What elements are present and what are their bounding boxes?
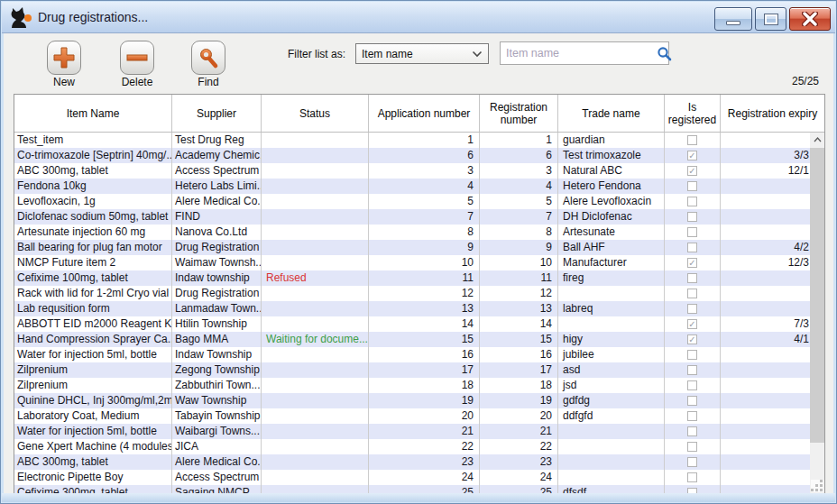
cell-is-registered xyxy=(665,270,721,286)
cell-app: 5 xyxy=(369,194,480,209)
cell-expiry xyxy=(721,179,810,194)
cell-trade: Manufacturer xyxy=(558,255,665,270)
cell-trade xyxy=(558,470,665,485)
table-row[interactable]: Levofloxacin, 1gAlere Medical Co...55Ale… xyxy=(14,194,810,209)
cell-reg: 19 xyxy=(480,393,558,408)
cell-app: 13 xyxy=(369,301,480,316)
cell-app: 15 xyxy=(369,332,480,347)
table-row[interactable]: Fendona 10kgHetero Labs Limi...44Hetero … xyxy=(14,179,810,194)
table-row[interactable]: Cefixime 100mg, tabletIndaw townshipRefu… xyxy=(14,270,810,286)
table-row[interactable]: ABC 300mg, tabletAlere Medical Co...2323 xyxy=(14,454,810,470)
cell-supplier: Alere Medical Co... xyxy=(172,454,262,470)
cell-expiry xyxy=(721,470,810,485)
cell-status xyxy=(262,347,369,362)
table-row[interactable]: Water for injection 5ml, bottleIndaw Tow… xyxy=(14,347,810,362)
minimize-button[interactable] xyxy=(714,7,752,31)
table-row[interactable]: Hand Compression Sprayer Ca...Bago MMAWa… xyxy=(14,332,810,347)
cell-expiry xyxy=(721,393,810,408)
cell-supplier: Waw Township xyxy=(172,393,262,408)
table-row[interactable]: ABC 300mg, tabletAccess Spectrum33Natura… xyxy=(14,163,810,179)
checkbox-unchecked-icon xyxy=(687,135,697,145)
table-row[interactable]: Cefixime 300mg, tabletSagaing NMCP2525df… xyxy=(14,485,810,493)
cell-reg: 8 xyxy=(480,225,558,240)
record-count: 25/25 xyxy=(792,75,819,87)
cell-app: 10 xyxy=(369,255,480,270)
cell-trade: labreq xyxy=(558,301,665,316)
cell-status xyxy=(262,408,369,424)
table-row[interactable]: Water for injection 5ml, bottleWaibargi … xyxy=(14,424,810,439)
title-bar[interactable]: Drug registrations... xyxy=(2,2,835,33)
checkbox-unchecked-icon xyxy=(687,212,697,222)
cell-trade: guardian xyxy=(558,133,665,148)
column-header-supplier[interactable]: Supplier xyxy=(172,95,262,132)
window-bottom-frame xyxy=(2,493,835,502)
cell-supplier: Drug Registration xyxy=(172,286,262,301)
cell-is-registered xyxy=(665,133,721,148)
table-row[interactable]: ZilpreniumZegong Township1717asd xyxy=(14,362,810,378)
table-row[interactable]: Gene Xpert Machine (4 modules)JICA2222 xyxy=(14,439,810,454)
cell-app: 14 xyxy=(369,316,480,332)
checkbox-checked-icon: ✓ xyxy=(687,319,697,329)
delete-button-label: Delete xyxy=(110,76,164,88)
table-row[interactable]: ABBOTT EID m2000 Reagent Kit...Htilin To… xyxy=(14,316,810,332)
cell-trade: ddfgfd xyxy=(558,408,665,424)
cell-is-registered xyxy=(665,362,721,378)
cell-trade: higy xyxy=(558,332,665,347)
table-row[interactable]: Lab requsition formLanmadaw Town...1313l… xyxy=(14,301,810,316)
cell-supplier: Indaw Township xyxy=(172,347,262,362)
column-header-item-name[interactable]: Item Name xyxy=(14,95,172,132)
table-row[interactable]: NMCP Future item 2Waimaw Townsh...1010Ma… xyxy=(14,255,810,270)
search-icon[interactable] xyxy=(657,46,672,61)
table-row[interactable]: Quinine DHCL, Inj 300mg/ml,2mlWaw Townsh… xyxy=(14,393,810,408)
new-button[interactable] xyxy=(47,41,81,75)
checkbox-unchecked-icon xyxy=(687,426,697,436)
resize-grip[interactable] xyxy=(811,480,823,492)
vertical-scrollbar[interactable] xyxy=(810,133,824,493)
table-row[interactable]: Artesunate injection 60 mgNanova Co.Ltd8… xyxy=(14,225,810,240)
cell-app: 11 xyxy=(369,270,480,286)
table-row[interactable]: Laboratory Coat, MediumTabayin Township2… xyxy=(14,408,810,424)
cell-status xyxy=(262,454,369,470)
close-button[interactable] xyxy=(789,7,831,31)
search-input[interactable] xyxy=(501,47,657,60)
cell-supplier: Zegong Township xyxy=(172,362,262,378)
column-header-application-number[interactable]: Application number xyxy=(369,95,480,132)
scrollbar-thumb[interactable] xyxy=(810,148,824,443)
cell-supplier: Alere Medical Co... xyxy=(172,194,262,209)
delete-button[interactable] xyxy=(120,41,154,75)
table-row[interactable]: Rack with lid for 1-2ml Cryo vialDrug Re… xyxy=(14,286,810,301)
maximize-button[interactable] xyxy=(755,7,786,31)
cell-trade: dfsdf xyxy=(558,485,665,493)
cell-trade: Ball AHF xyxy=(558,240,665,255)
column-header-trade-name[interactable]: Trade name xyxy=(558,95,665,132)
cell-expiry xyxy=(721,133,810,148)
cell-app: 3 xyxy=(369,163,480,179)
table-row[interactable]: Co-trimoxazole [Septrin] 40mg/...Academy… xyxy=(14,148,810,163)
column-header-registration-expiry[interactable]: Registration expiry xyxy=(721,95,824,132)
cell-trade: Artesunate xyxy=(558,225,665,240)
cell-status xyxy=(262,255,369,270)
table-row[interactable]: Test_itemTest Drug Reg11guardian xyxy=(14,133,810,148)
cell-trade xyxy=(558,316,665,332)
chevron-down-icon xyxy=(472,50,483,58)
cell-is-registered: ✓ xyxy=(665,148,721,163)
table-row[interactable]: Electronic Pipette BoyAccess Spectrum242… xyxy=(14,470,810,485)
table-row[interactable]: Diclofenac sodium 50mg, tabletFIND77DH D… xyxy=(14,209,810,225)
column-header-status[interactable]: Status xyxy=(262,95,369,132)
cell-supplier: Bago MMA xyxy=(172,332,262,347)
column-header-is-registered[interactable]: Is registered xyxy=(665,95,721,132)
cell-status xyxy=(262,179,369,194)
cell-item: Fendona 10kg xyxy=(14,179,172,194)
find-button[interactable] xyxy=(191,41,225,75)
cell-item: Co-trimoxazole [Septrin] 40mg/... xyxy=(14,148,172,163)
cell-trade: Alere Levofloxacin xyxy=(558,194,665,209)
table-row[interactable]: Ball bearing for plug fan motorDrug Regi… xyxy=(14,240,810,255)
table-row[interactable]: ZilpreniumZabbuthiri Town...1818jsd xyxy=(14,378,810,393)
cell-trade xyxy=(558,439,665,454)
cell-reg: 16 xyxy=(480,347,558,362)
column-header-registration-number[interactable]: Registration number xyxy=(480,95,558,132)
filter-dropdown[interactable]: Item name xyxy=(355,43,489,64)
cell-supplier: Tabayin Township xyxy=(172,408,262,424)
scroll-up-icon[interactable] xyxy=(810,133,824,147)
cell-app: 20 xyxy=(369,408,480,424)
